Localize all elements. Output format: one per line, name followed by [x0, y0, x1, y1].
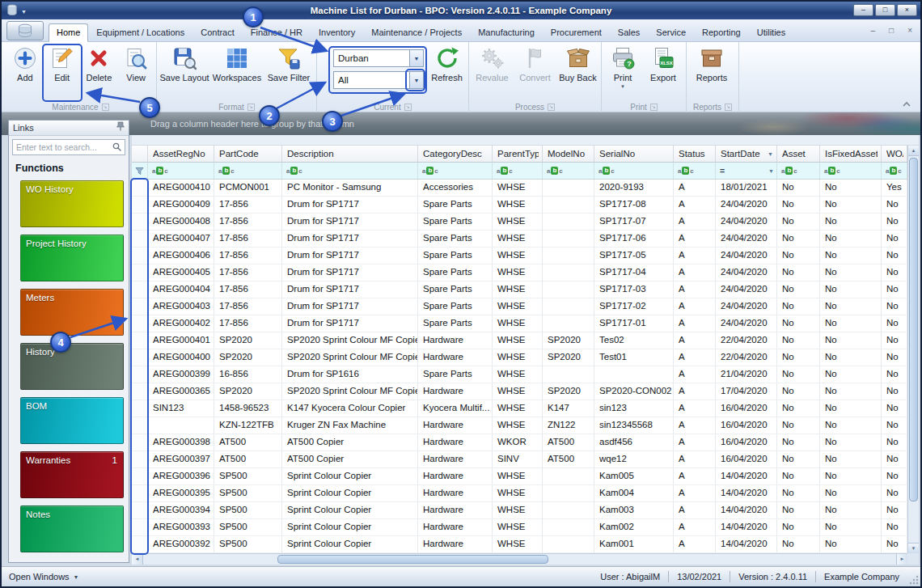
grid-cell[interactable]: SP1717-03 [594, 281, 674, 298]
grid-cell[interactable]: Spare Parts [418, 264, 493, 281]
grid-cell[interactable] [543, 315, 594, 332]
grid-cell[interactable]: 24/04/2020 [716, 214, 777, 230]
grid-cell[interactable]: 21/04/2020 [716, 366, 777, 383]
grid-cell[interactable]: 24/04/2020 [716, 298, 777, 315]
row-indicator-cell[interactable] [132, 536, 148, 552]
grid-cell[interactable]: Drum for SP1717 [282, 315, 418, 332]
grid-cell[interactable]: Spare Parts [418, 214, 493, 230]
grid-cell[interactable]: WHSE [493, 332, 543, 349]
grid-cell[interactable]: No [882, 264, 907, 281]
tab-home[interactable]: Home [49, 23, 88, 42]
grid-cell[interactable]: Yes [882, 180, 907, 196]
mdi-restore-button[interactable]: □ [889, 25, 894, 36]
grid-cell[interactable]: AREG000401 [148, 332, 214, 349]
grid-cell[interactable]: WHSE [493, 468, 543, 484]
grid-cell[interactable]: SP2020 Sprint Colour MF Copier [282, 332, 418, 349]
close-button[interactable]: × [897, 4, 917, 16]
quick-access-dropdown-icon[interactable]: ▼ [21, 9, 27, 15]
grid-cell[interactable]: Hardware [418, 349, 493, 366]
grid-cell[interactable]: wqe12 [594, 451, 674, 467]
grid-cell[interactable]: No [777, 264, 820, 281]
add-button[interactable]: Add [6, 44, 44, 99]
horizontal-scroll-thumb[interactable] [277, 555, 548, 564]
grid-cell[interactable]: SP2020 [214, 349, 282, 366]
grid-cell[interactable]: 16-856 [214, 366, 282, 383]
grid-cell[interactable]: No [820, 197, 882, 213]
row-indicator-cell[interactable] [132, 332, 148, 349]
grid-cell[interactable]: AREG000365 [148, 383, 214, 400]
grid-cell[interactable]: Hardware [418, 468, 493, 484]
row-indicator-cell[interactable] [132, 451, 148, 467]
grid-cell[interactable]: AT500 [214, 434, 282, 451]
grid-cell[interactable]: Sprint Colour Copier [282, 519, 418, 535]
filter-cell-status[interactable]: abc [674, 163, 716, 179]
grid-cell[interactable]: No [820, 281, 882, 298]
grid-cell[interactable]: Sprint Colour Copier [282, 536, 418, 552]
grid-cell[interactable] [543, 536, 594, 552]
grid-cell[interactable]: No [777, 536, 820, 552]
grid-cell[interactable]: Drum for SP1717 [282, 264, 418, 281]
function-button-project-history[interactable]: Project History [20, 235, 124, 281]
tab-service[interactable]: Service [648, 23, 694, 42]
grid-cell[interactable]: AREG000405 [148, 264, 214, 281]
grid-cell[interactable]: WHSE [493, 349, 543, 366]
save-filter-button[interactable]: Save Filter [264, 44, 314, 99]
grid-cell[interactable]: WHSE [493, 519, 543, 535]
grid-cell[interactable]: A [674, 400, 716, 417]
grid-cell[interactable]: No [777, 298, 820, 315]
column-header-description[interactable]: Description [282, 146, 418, 162]
grid-cell[interactable] [543, 502, 594, 518]
filter-cell-description[interactable]: abc [282, 163, 418, 179]
filter-cell-serialno[interactable]: abc [594, 163, 674, 179]
grid-cell[interactable]: WHSE [493, 383, 543, 400]
grid-cell[interactable]: K147 Kyocera Colour Copier [282, 400, 418, 417]
grid-cell[interactable]: sin12345568 [594, 417, 674, 434]
export-button[interactable]: XLSX Export [642, 44, 684, 99]
grid-cell[interactable]: Kam005 [594, 468, 674, 484]
grid-cell[interactable]: No [882, 468, 907, 484]
row-indicator-cell[interactable] [132, 366, 148, 383]
grid-cell[interactable]: No [777, 502, 820, 518]
grid-cell[interactable] [543, 298, 594, 315]
row-indicator-cell[interactable] [132, 180, 148, 196]
grid-cell[interactable]: 2020-9193 [594, 180, 674, 196]
column-header-isfixedasset[interactable]: IsFixedAsset [820, 146, 882, 162]
dialog-launcher-icon[interactable]: ↘ [404, 104, 412, 111]
grid-cell[interactable]: SP500 [214, 536, 282, 552]
grid-cell[interactable]: Hardware [418, 417, 493, 434]
grid-cell[interactable]: SP2020 [543, 383, 594, 400]
grid-cell[interactable]: 24/04/2020 [716, 231, 777, 247]
grid-cell[interactable]: No [820, 434, 882, 451]
row-indicator-cell[interactable] [132, 197, 148, 213]
grid-cell[interactable]: Kruger ZN Fax Machine [282, 417, 418, 434]
grid-cell[interactable]: A [674, 180, 716, 196]
function-button-history[interactable]: History [20, 343, 124, 390]
grid-cell[interactable]: No [882, 197, 907, 213]
grid-cell[interactable]: AREG000402 [148, 315, 214, 332]
vertical-scroll-thumb[interactable] [909, 158, 918, 501]
grid-cell[interactable]: SP500 [214, 519, 282, 535]
grid-cell[interactable]: No [882, 502, 907, 518]
grid-cell[interactable]: 24/04/2020 [716, 247, 777, 264]
column-header-modelno[interactable]: ModelNo [543, 146, 594, 162]
grid-cell[interactable]: PCMON001 [214, 180, 282, 196]
dialog-launcher-icon[interactable]: ↘ [247, 104, 255, 111]
grid-cell[interactable]: AREG000395 [148, 485, 214, 501]
column-header-serialno[interactable]: SerialNo [594, 146, 674, 162]
grid-cell[interactable]: A [674, 536, 716, 552]
grid-cell[interactable]: No [777, 434, 820, 451]
grid-cell[interactable]: No [820, 332, 882, 349]
grid-cell[interactable]: AREG000410 [148, 180, 214, 196]
tab-utilities[interactable]: Utilities [749, 23, 793, 42]
grid-cell[interactable]: No [882, 485, 907, 501]
grid-cell[interactable]: 17-856 [214, 214, 282, 230]
resize-grip[interactable] [907, 567, 920, 586]
scroll-down-icon[interactable]: ▼ [908, 543, 919, 553]
grid-cell[interactable]: A [674, 298, 716, 315]
grid-cell[interactable]: No [777, 281, 820, 298]
filter-cell-parenttype[interactable]: abc [493, 163, 543, 179]
grid-cell[interactable]: No [882, 231, 907, 247]
tab-inventory[interactable]: Inventory [311, 23, 363, 42]
tab-procurement[interactable]: Procurement [543, 23, 610, 42]
grid-cell[interactable]: Spare Parts [418, 197, 493, 213]
